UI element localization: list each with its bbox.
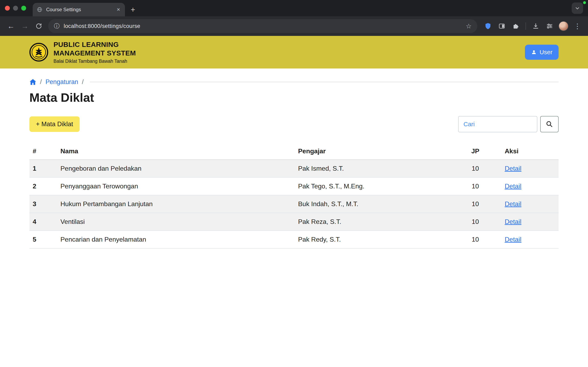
course-name: Pengeboran dan Peledakan (57, 160, 295, 177)
privacy-shield-icon[interactable] (481, 20, 494, 33)
aksi-cell: Detail (502, 231, 559, 248)
table-row: 3 Hukum Pertambangan Lanjutan Buk Indah,… (29, 195, 559, 213)
user-button[interactable]: User (525, 45, 559, 60)
bookmark-star-icon[interactable]: ☆ (466, 22, 472, 30)
breadcrumb-rule (90, 82, 559, 82)
actions-row: + Mata Diklat (29, 116, 559, 132)
brand-text: PUBLIC LEARNING MANAGEMENT SYSTEM Balai … (53, 40, 136, 64)
instructor-name: Buk Indah, S.T., M.T. (295, 195, 449, 213)
jp-value: 10 (449, 213, 502, 231)
jp-value: 10 (449, 160, 502, 177)
home-icon[interactable] (29, 79, 36, 85)
jp-value: 10 (449, 195, 502, 213)
instructor-name: Pak Reza, S.T. (295, 213, 449, 231)
recording-indicator-dot (583, 1, 586, 4)
header-pengajar: Pengajar (295, 143, 449, 160)
header-number: # (29, 143, 57, 160)
search-button[interactable] (540, 116, 559, 132)
address-bar[interactable]: ⓘ localhost:8000/settings/course ☆ (48, 19, 477, 33)
brand: PUBLIC LEARNING MANAGEMENT SYSTEM Balai … (29, 40, 136, 64)
row-number: 4 (29, 213, 57, 231)
jp-value: 10 (449, 177, 502, 195)
table-row: 5 Pencarian dan Penyelamatan Pak Redy, S… (29, 231, 559, 248)
aksi-cell: Detail (502, 195, 559, 213)
detail-link[interactable]: Detail (505, 236, 521, 243)
header-nama: Nama (57, 143, 295, 160)
aksi-cell: Detail (502, 160, 559, 177)
course-name: Hukum Pertambangan Lanjutan (57, 195, 295, 213)
forward-button[interactable]: → (18, 19, 32, 33)
breadcrumb: / Pengaturan / (29, 78, 559, 86)
detail-link[interactable]: Detail (505, 183, 521, 190)
screen: Course Settings × + ← → ⓘ localhost:8000… (0, 0, 588, 367)
table-header-row: # Nama Pengajar JP Aksi (29, 143, 559, 160)
row-number: 1 (29, 160, 57, 177)
search-input[interactable] (458, 116, 537, 132)
table-row: 1 Pengeboran dan Peledakan Pak Ismed, S.… (29, 160, 559, 177)
row-number: 3 (29, 195, 57, 213)
row-number: 2 (29, 177, 57, 195)
instructor-name: Pak Redy, S.T. (295, 231, 449, 248)
tab-close-icon[interactable]: × (116, 7, 121, 12)
row-number: 5 (29, 231, 57, 248)
toolbar-divider (526, 22, 526, 30)
window-minimize-button[interactable] (13, 6, 18, 11)
courses-table: # Nama Pengajar JP Aksi 1 Pengeboran dan… (29, 143, 559, 249)
page-info-icon[interactable]: ⓘ (54, 22, 60, 30)
site-header: PUBLIC LEARNING MANAGEMENT SYSTEM Balai … (0, 36, 588, 68)
back-button[interactable]: ← (4, 19, 18, 33)
media-controls-icon[interactable] (543, 20, 556, 33)
header-aksi: Aksi (502, 143, 559, 160)
site-title-line2: MANAGEMENT SYSTEM (53, 49, 136, 57)
detail-link[interactable]: Detail (505, 218, 521, 225)
detail-link[interactable]: Detail (505, 200, 521, 208)
browser-tab[interactable]: Course Settings × (33, 3, 125, 16)
side-panel-icon[interactable] (495, 20, 508, 33)
course-name: Ventilasi (57, 213, 295, 231)
aksi-cell: Detail (502, 177, 559, 195)
course-name: Pencarian dan Penyelamatan (57, 231, 295, 248)
jp-value: 10 (449, 231, 502, 248)
globe-favicon (37, 7, 43, 12)
tab-search-button[interactable] (572, 2, 583, 14)
search-icon (545, 120, 553, 128)
breadcrumb-link-pengaturan[interactable]: Pengaturan (45, 78, 78, 86)
aksi-cell: Detail (502, 213, 559, 231)
user-button-label: User (540, 49, 553, 56)
browser-toolbar: ← → ⓘ localhost:8000/settings/course ☆ (0, 16, 588, 36)
toolbar-extensions: ⋮ (481, 20, 584, 33)
search-group (458, 116, 559, 132)
profile-avatar[interactable] (557, 20, 570, 33)
site-subtitle: Balai Diklat Tambang Bawah Tanah (53, 58, 136, 64)
table-row: 4 Ventilasi Pak Reza, S.T. 10 Detail (29, 213, 559, 231)
browser-menu-icon[interactable]: ⋮ (571, 20, 584, 33)
breadcrumb-separator: / (40, 78, 42, 86)
instructor-name: Pak Tego, S.T., M.Eng. (295, 177, 449, 195)
table-row: 2 Penyanggaan Terowongan Pak Tego, S.T.,… (29, 177, 559, 195)
reload-button[interactable] (32, 19, 46, 33)
downloads-icon[interactable] (529, 20, 542, 33)
window-close-button[interactable] (5, 6, 10, 11)
person-icon (531, 49, 537, 55)
extensions-puzzle-icon[interactable] (509, 20, 522, 33)
header-jp: JP (449, 143, 502, 160)
url-text[interactable]: localhost:8000/settings/course (64, 23, 462, 29)
avatar (559, 21, 568, 31)
breadcrumb-separator: / (82, 78, 84, 86)
window-zoom-button[interactable] (21, 6, 26, 11)
detail-link[interactable]: Detail (505, 165, 521, 172)
browser-tab-strip: Course Settings × + (0, 0, 588, 16)
ministry-emblem-logo (29, 43, 48, 62)
main-content: / Pengaturan / Mata Diklat + Mata Diklat… (0, 78, 588, 249)
chevron-down-icon (575, 5, 580, 11)
instructor-name: Pak Ismed, S.T. (295, 160, 449, 177)
tab-title: Course Settings (46, 7, 112, 12)
window-controls (0, 0, 33, 16)
page-title: Mata Diklat (29, 91, 559, 105)
site-title-line1: PUBLIC LEARNING (53, 40, 136, 49)
new-tab-button[interactable]: + (131, 6, 135, 13)
add-mata-diklat-button[interactable]: + Mata Diklat (29, 117, 80, 132)
reload-icon (35, 23, 42, 30)
course-name: Penyanggaan Terowongan (57, 177, 295, 195)
